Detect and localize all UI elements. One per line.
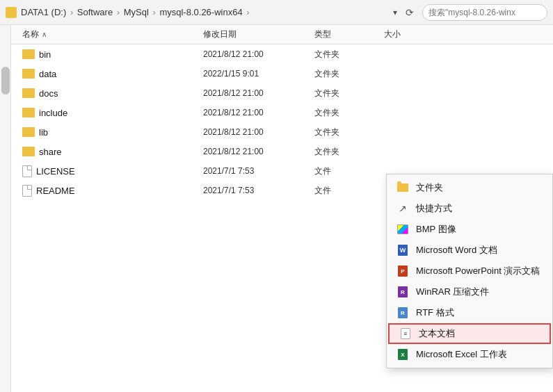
context-menu-item-label: Microsoft PowerPoint 演示文稿 [416,265,540,277]
col-header-type[interactable]: 类型 [314,28,384,40]
file-name: share [22,147,203,157]
file-name: README [22,185,203,197]
file-type: 文件 [314,165,384,177]
file-date: 2021/7/1 7:53 [203,186,314,195]
search-input[interactable] [422,4,547,21]
table-row[interactable]: data2022/1/15 9:01文件夹 [11,64,553,83]
col-header-size[interactable]: 大小 [384,28,440,40]
col-header-name[interactable]: 名称 ∧ [22,28,203,40]
address-bar: DATA1 (D:) › Software › MySql › mysql-8.… [0,0,553,25]
context-menu-item-label: Microsoft Excel 工作表 [416,348,507,361]
sort-arrow-icon: ∧ [42,31,47,38]
file-type: 文件 [314,185,384,197]
file-date: 2021/7/1 7:53 [203,166,314,176]
table-row[interactable]: share2021/8/12 21:00文件夹 [11,142,553,161]
file-date: 2021/8/12 21:00 [203,147,314,156]
folder-icon [22,49,35,59]
file-name: include [22,108,203,118]
rar-icon: R [396,286,409,298]
left-scrollbar [0,25,11,392]
refresh-button[interactable]: ⟳ [401,4,418,21]
context-menu-item-label: 文件夹 [416,181,443,194]
breadcrumb-item-4[interactable]: mysql-8.0.26-winx64 [159,7,242,17]
context-menu-item[interactable]: PMicrosoft PowerPoint 演示文稿 [387,261,552,281]
folder-icon [22,88,35,98]
word-icon: W [396,244,409,256]
folder-icon [22,108,35,117]
file-icon [22,165,32,177]
context-menu-item[interactable]: ≡文本文档 [388,323,551,344]
dropdown-button[interactable]: ▾ [393,8,397,17]
file-date: 2021/8/12 21:00 [203,88,314,98]
file-date: 2021/8/12 21:00 [203,49,314,59]
rtf-icon: R [396,307,409,319]
file-type: 文件夹 [314,126,384,138]
folder-icon [22,69,35,79]
shortcut-icon: ↗ [396,202,409,215]
bmp-icon [396,223,409,236]
file-type: 文件夹 [314,146,384,158]
folder-icon [22,127,35,137]
context-menu-item[interactable]: ↗快捷方式 [387,198,552,219]
file-type: 文件夹 [314,88,384,99]
context-menu-item-label: WinRAR 压缩文件 [416,286,489,298]
file-date: 2021/8/12 21:00 [203,127,314,137]
table-row[interactable]: docs2021/8/12 21:00文件夹 [11,83,553,103]
file-name: lib [22,127,203,138]
breadcrumb[interactable]: DATA1 (D:) › Software › MySql › mysql-8.… [21,7,251,17]
file-type: 文件夹 [314,68,384,80]
table-row[interactable]: include2021/8/12 21:00文件夹 [11,103,553,122]
folder-icon [6,7,17,18]
context-menu-item-label: BMP 图像 [416,223,456,236]
context-menu: 文件夹↗快捷方式BMP 图像WMicrosoft Word 文档PMicroso… [386,174,553,368]
excel-icon: X [396,348,409,361]
context-menu-item[interactable]: WMicrosoft Word 文档 [387,240,552,261]
file-date: 2021/8/12 21:00 [203,108,314,117]
file-name: bin [22,49,203,60]
file-date: 2022/1/15 9:01 [203,69,314,79]
file-type: 文件夹 [314,49,384,60]
scrollbar-thumb[interactable] [1,67,10,95]
context-menu-item-label: RTF 格式 [416,307,454,319]
column-headers: 名称 ∧ 修改日期 类型 大小 [11,25,553,44]
col-header-date[interactable]: 修改日期 [203,28,314,40]
file-icon [22,185,32,197]
file-name: LICENSE [22,165,203,177]
file-name: data [22,69,203,79]
context-menu-item[interactable]: BMP 图像 [387,219,552,240]
context-menu-item-label: 文本文档 [419,327,455,340]
file-name: docs [22,88,203,99]
breadcrumb-item-3[interactable]: MySql [124,7,149,17]
breadcrumb-item-1[interactable]: DATA1 (D:) [21,7,66,17]
context-menu-item-label: 快捷方式 [416,202,452,215]
context-menu-item-label: Microsoft Word 文档 [416,244,497,256]
context-menu-item[interactable]: RWinRAR 压缩文件 [387,281,552,302]
folder-icon [396,181,409,194]
folder-icon [22,147,35,156]
context-menu-item[interactable]: XMicrosoft Excel 工作表 [387,344,552,365]
file-type: 文件夹 [314,107,384,119]
table-row[interactable]: lib2021/8/12 21:00文件夹 [11,122,553,142]
ppt-icon: P [396,265,409,277]
txt-icon: ≡ [399,327,412,340]
context-menu-item[interactable]: RRTF 格式 [387,302,552,323]
table-row[interactable]: bin2021/8/12 21:00文件夹 [11,44,553,64]
breadcrumb-item-2[interactable]: Software [77,7,113,17]
address-bar-right: ▾ ⟳ [393,4,547,21]
context-menu-item[interactable]: 文件夹 [387,177,552,198]
